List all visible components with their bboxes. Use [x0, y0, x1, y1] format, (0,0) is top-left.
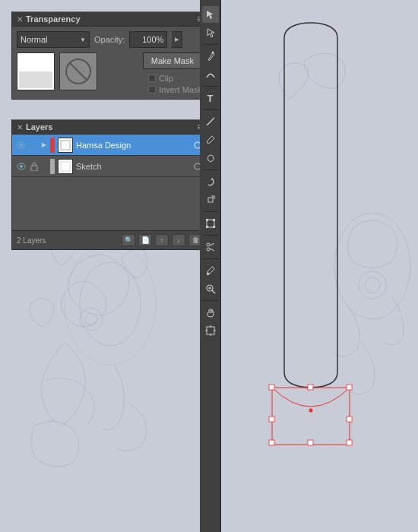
layer-color-sketch: [50, 159, 55, 174]
selection-tool-button[interactable]: [202, 6, 219, 23]
transparency-close-icon[interactable]: ✕: [17, 15, 23, 24]
transparency-panel-title: Transparency: [26, 14, 81, 24]
invert-mask-option[interactable]: Invert Mask: [148, 85, 202, 94]
layer-expand-hamsa[interactable]: ▶: [40, 141, 49, 150]
toolbar-divider-7: [203, 258, 218, 259]
toolbar: T: [200, 0, 221, 532]
layers-panel: ✕ Layers ≡ ▶ Hamsa Design: [11, 119, 207, 250]
svg-point-6: [365, 277, 380, 293]
layer-lock-sketch[interactable]: [29, 161, 40, 172]
svg-point-8: [309, 409, 313, 413]
blob-brush-tool-button[interactable]: [202, 150, 219, 166]
svg-rect-36: [213, 226, 215, 228]
hand-tool-button[interactable]: [202, 304, 219, 321]
invert-mask-label: Invert Mask: [159, 85, 202, 94]
svg-rect-34: [213, 219, 215, 221]
paintbrush-tool-button[interactable]: [202, 131, 219, 148]
layers-panel-title: Layers: [26, 122, 52, 131]
svg-point-37: [207, 243, 210, 246]
layer-row-hamsa[interactable]: ▶ Hamsa Design: [12, 135, 207, 156]
clip-label: Clip: [159, 74, 173, 83]
make-mask-button[interactable]: Make Mask: [143, 52, 202, 69]
svg-rect-22: [61, 141, 70, 150]
layers-new-layer-icon[interactable]: 📄: [138, 234, 152, 246]
svg-point-21: [20, 144, 23, 147]
svg-line-40: [210, 249, 214, 251]
layers-move-up-icon[interactable]: ↑: [155, 234, 169, 246]
svg-line-19: [69, 62, 87, 81]
pen-tool-button[interactable]: [202, 48, 219, 65]
svg-rect-17: [19, 71, 52, 88]
clip-checkbox[interactable]: [148, 74, 156, 82]
toolbar-divider-2: [203, 86, 218, 87]
svg-point-4: [334, 213, 410, 319]
layer-name-sketch: Sketch: [76, 162, 192, 171]
svg-point-38: [207, 248, 210, 251]
svg-rect-27: [61, 162, 70, 171]
layers-search-icon[interactable]: 🔍: [122, 234, 135, 246]
layer-thumb-hamsa: [58, 138, 73, 153]
toolbar-divider-1: [203, 44, 218, 45]
layer-color-hamsa: [50, 138, 55, 153]
layer-visibility-hamsa[interactable]: [15, 139, 27, 151]
toolbar-divider-3: [203, 109, 218, 110]
svg-rect-33: [206, 219, 208, 221]
svg-point-29: [211, 52, 214, 54]
toolbar-divider-6: [203, 235, 218, 236]
svg-rect-13: [347, 416, 352, 422]
svg-point-0: [65, 243, 156, 365]
free-transform-tool-button[interactable]: [202, 215, 219, 232]
svg-rect-26: [31, 166, 37, 171]
svg-line-30: [207, 118, 214, 125]
opacity-stepper[interactable]: ▶: [172, 31, 182, 48]
blend-mode-value: Normal: [21, 35, 47, 44]
layers-empty-space: [12, 177, 207, 230]
toolbar-divider-4: [203, 169, 218, 170]
clip-option[interactable]: Clip: [148, 74, 202, 83]
zoom-tool-button[interactable]: [202, 280, 219, 297]
layers-footer: 2 Layers 🔍 📄 ↑ ↓ 🗑: [12, 230, 207, 249]
opacity-label: Opacity:: [94, 35, 125, 44]
layer-thumb-sketch: [58, 159, 73, 174]
layers-count: 2 Layers: [17, 236, 122, 245]
svg-rect-14: [269, 440, 274, 445]
layers-close-icon[interactable]: ✕: [17, 123, 23, 131]
svg-line-39: [210, 243, 214, 245]
mask-thumbnail-1[interactable]: [17, 52, 55, 90]
blend-mode-arrow: ▼: [80, 36, 86, 43]
layers-list: ▶ Hamsa Design Sketch: [12, 135, 207, 177]
artboard-tool-button[interactable]: [202, 322, 219, 339]
svg-rect-15: [308, 440, 313, 445]
toolbar-divider-5: [203, 211, 218, 212]
svg-rect-41: [207, 273, 209, 275]
eyedropper-tool-button[interactable]: [202, 262, 219, 279]
svg-point-1: [80, 262, 141, 346]
invert-mask-checkbox[interactable]: [148, 86, 156, 93]
svg-point-25: [20, 165, 23, 168]
svg-rect-7: [272, 388, 350, 445]
transparency-panel: ✕ Transparency ≡ Normal ▼ Opacity: 100% …: [11, 11, 207, 100]
transparency-panel-header: ✕ Transparency ≡: [12, 11, 207, 27]
svg-rect-11: [347, 385, 352, 390]
layer-name-hamsa: Hamsa Design: [76, 141, 192, 150]
svg-point-5: [359, 271, 386, 299]
svg-rect-12: [269, 416, 274, 422]
curvature-tool-button[interactable]: [202, 66, 219, 83]
rotate-tool-button[interactable]: [202, 173, 219, 190]
layers-move-down-icon[interactable]: ↓: [172, 234, 185, 246]
toolbar-divider-8: [203, 300, 218, 301]
opacity-input[interactable]: 100%: [129, 31, 167, 48]
mask-thumbnail-2[interactable]: [59, 52, 97, 90]
scissors-tool-button[interactable]: [202, 239, 219, 255]
type-tool-button[interactable]: T: [202, 90, 219, 106]
svg-rect-9: [269, 385, 274, 390]
svg-rect-16: [347, 440, 352, 445]
scale-tool-button[interactable]: [202, 192, 219, 208]
direct-selection-tool-button[interactable]: [202, 24, 219, 41]
blend-mode-select[interactable]: Normal ▼: [17, 31, 90, 48]
layer-visibility-sketch[interactable]: [15, 160, 27, 173]
svg-rect-10: [308, 385, 313, 390]
line-segment-tool-button[interactable]: [202, 113, 219, 130]
layer-row-sketch[interactable]: Sketch: [12, 156, 207, 177]
svg-rect-35: [206, 226, 208, 228]
